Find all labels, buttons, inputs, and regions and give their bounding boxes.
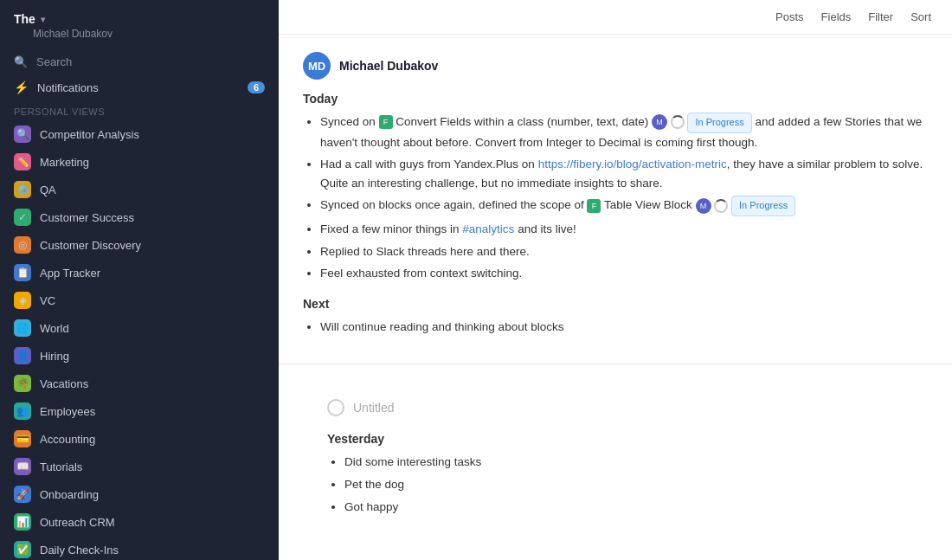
- notifications-badge: 6: [248, 81, 265, 93]
- sidebar-item-label: Vacations: [40, 377, 88, 390]
- sidebar-item-vacations[interactable]: 🌴 Vacations: [0, 370, 279, 397]
- sidebar-item-world[interactable]: 🌐 World: [0, 314, 279, 342]
- sidebar-item-accounting[interactable]: 💳 Accounting: [0, 425, 279, 453]
- workspace-selector[interactable]: The ▾: [14, 12, 265, 26]
- sidebar-item-label: QA: [40, 183, 56, 196]
- employees-icon: 👥: [14, 402, 31, 420]
- list-item: Synced on F Convert Fields within a clas…: [320, 113, 928, 151]
- workspace-chevron: ▾: [41, 15, 45, 24]
- sidebar-item-label: Customer Success: [40, 211, 134, 224]
- sidebar-header: The ▾ Michael Dubakov: [0, 0, 279, 48]
- sidebar-item-label: Accounting: [40, 433, 95, 446]
- yesterday-label: Yesterday: [327, 432, 904, 446]
- outreach-crm-icon: 📊: [14, 513, 31, 531]
- sidebar-item-label: World: [40, 322, 69, 335]
- analytics-link[interactable]: #analytics: [462, 222, 514, 235]
- list-item: Had a call with guys from Yandex.Plus on…: [320, 155, 928, 192]
- untitled-title: Untitled: [353, 401, 394, 415]
- post-card-2: Untitled Yesterday Did some interesting …: [279, 364, 952, 560]
- workspace-name: The: [14, 12, 35, 26]
- list-item: Got happy: [344, 498, 904, 517]
- tutorials-icon: 📖: [14, 458, 31, 475]
- untitled-header: Untitled: [303, 382, 928, 428]
- sidebar-item-outreach-crm[interactable]: 📊 Outreach CRM: [0, 508, 279, 536]
- vc-icon: ◈: [14, 292, 31, 309]
- search-icon: 🔍: [14, 55, 28, 68]
- sidebar-item-competitor-analysis[interactable]: 🔍 Competitor Analysis: [0, 120, 279, 148]
- topbar: Posts Fields Filter Sort: [279, 0, 952, 35]
- sidebar-item-label: Daily Check-Ins: [40, 544, 119, 557]
- status-badge: In Progress: [687, 113, 751, 133]
- sidebar-item-label: Hiring: [40, 350, 69, 363]
- post-card-1: MD Michael Dubakov Today Synced on F Con…: [279, 35, 952, 364]
- accounting-icon: 💳: [14, 430, 31, 447]
- loader-icon-2: [714, 199, 728, 213]
- sidebar-item-onboarding[interactable]: 🚀 Onboarding: [0, 480, 279, 508]
- sidebar-item-label: Competitor Analysis: [40, 128, 139, 141]
- filter-tab[interactable]: Filter: [868, 10, 893, 23]
- untitled-placeholder-icon: [327, 399, 344, 416]
- list-item: Pet the dog: [344, 475, 904, 494]
- search-button[interactable]: 🔍 Search: [0, 48, 279, 75]
- list-item: Did some interesting tasks: [344, 453, 904, 472]
- sidebar: The ▾ Michael Dubakov 🔍 Search ⚡ Notific…: [0, 0, 279, 560]
- convert-fields-icon: F: [379, 115, 393, 129]
- status-badge-2: In Progress: [731, 196, 795, 216]
- sidebar-item-label: Onboarding: [40, 488, 99, 501]
- post-author: Michael Dubakov: [339, 59, 438, 73]
- sidebar-item-label: Employees: [40, 405, 95, 418]
- notifications-label: Notifications: [37, 81, 99, 94]
- today-label: Today: [303, 92, 928, 106]
- avatar: MD: [303, 52, 331, 80]
- user-avatar-inline: M: [652, 114, 667, 130]
- post-header-1: MD Michael Dubakov: [303, 52, 928, 80]
- notifications-row: ⚡ Notifications: [14, 80, 99, 94]
- sidebar-item-notifications[interactable]: ⚡ Notifications 6: [0, 75, 279, 100]
- content-area: MD Michael Dubakov Today Synced on F Con…: [279, 35, 952, 560]
- sidebar-item-marketing[interactable]: ✏️ Marketing: [0, 148, 279, 176]
- sidebar-item-label: App Tracker: [40, 267, 100, 280]
- sidebar-item-label: VC: [40, 294, 55, 307]
- sidebar-item-customer-success[interactable]: ✓ Customer Success: [0, 203, 279, 231]
- posts-tab[interactable]: Posts: [775, 10, 804, 23]
- section-personal-views: Personal views: [0, 100, 279, 120]
- onboarding-icon: 🚀: [14, 486, 31, 503]
- marketing-icon: ✏️: [14, 153, 31, 171]
- search-label: Search: [36, 55, 72, 68]
- sidebar-item-app-tracker[interactable]: 📋 App Tracker: [0, 259, 279, 286]
- customer-success-icon: ✓: [14, 209, 31, 226]
- app-tracker-icon: 📋: [14, 264, 31, 281]
- vacations-icon: 🌴: [14, 375, 31, 392]
- yandex-link[interactable]: https://fibery.io/blog/activation-metric: [538, 158, 727, 171]
- sidebar-item-hiring[interactable]: 👤 Hiring: [0, 342, 279, 370]
- notifications-icon: ⚡: [14, 80, 29, 94]
- daily-checkins-icon: ✅: [14, 541, 31, 558]
- sort-tab[interactable]: Sort: [910, 10, 931, 23]
- world-icon: 🌐: [14, 319, 31, 337]
- username-label: Michael Dubakov: [33, 28, 265, 40]
- sidebar-item-qa[interactable]: ⚙️ QA: [0, 176, 279, 203]
- customer-discovery-icon: ◎: [14, 236, 31, 254]
- list-item: Fixed a few minor things in #analytics a…: [320, 220, 928, 239]
- qa-icon: ⚙️: [14, 181, 31, 198]
- sidebar-item-daily-checkins[interactable]: ✅ Daily Check-Ins: [0, 536, 279, 560]
- sidebar-item-tutorials[interactable]: 📖 Tutorials: [0, 453, 279, 480]
- list-item: Synced on blocks once again, defined the…: [320, 196, 928, 216]
- sidebar-item-label: Customer Discovery: [40, 239, 141, 252]
- sidebar-item-label: Outreach CRM: [40, 516, 115, 529]
- user-avatar-inline-2: M: [696, 198, 711, 214]
- list-item: Will continue reading and thinking about…: [320, 318, 928, 337]
- main-content: Posts Fields Filter Sort MD Michael Duba…: [279, 0, 952, 560]
- sidebar-item-employees[interactable]: 👥 Employees: [0, 397, 279, 425]
- table-view-icon: F: [587, 199, 601, 213]
- fields-tab[interactable]: Fields: [821, 10, 852, 23]
- sidebar-item-customer-discovery[interactable]: ◎ Customer Discovery: [0, 231, 279, 259]
- next-label: Next: [303, 297, 928, 311]
- sidebar-item-vc[interactable]: ◈ VC: [0, 286, 279, 314]
- sidebar-item-label: Marketing: [40, 156, 89, 169]
- competitor-analysis-icon: 🔍: [14, 126, 31, 143]
- sidebar-item-label: Tutorials: [40, 460, 82, 473]
- list-item: Replied to Slack threads here and there.: [320, 242, 928, 261]
- post-body-2: Yesterday Did some interesting tasks Pet…: [303, 432, 928, 537]
- hiring-icon: 👤: [14, 347, 31, 364]
